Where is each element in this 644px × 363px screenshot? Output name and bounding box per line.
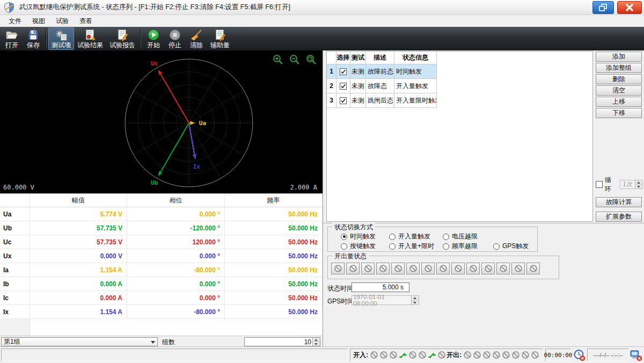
radio-按键触发[interactable]: 按键触发: [341, 242, 376, 251]
radio-时间触发[interactable]: 时间触发: [341, 232, 376, 241]
move-down-button[interactable]: 下移: [596, 108, 642, 118]
output-state-button-11[interactable]: [481, 263, 495, 274]
extended-params-button[interactable]: 扩展参数: [596, 212, 642, 222]
phase-cell[interactable]: 0.000 °: [127, 277, 225, 291]
stepper-arrows[interactable]: [635, 180, 642, 188]
toolbar-button-test-items[interactable]: 测试项: [48, 27, 74, 50]
amplitude-cell[interactable]: 0.000 A: [30, 291, 127, 304]
state-checkbox[interactable]: [340, 68, 347, 75]
radio-电压越限[interactable]: 电压越限: [443, 232, 478, 241]
amplitude-cell[interactable]: 0.000 V: [30, 249, 127, 263]
group-count-stepper[interactable]: 10: [244, 337, 320, 346]
delete-button[interactable]: 删除: [596, 74, 642, 84]
toolbar-button-start-play[interactable]: 开始: [143, 27, 164, 50]
input-state-8-icon: [437, 351, 446, 359]
close-icon: [625, 4, 634, 11]
save-floppy-icon: [27, 28, 40, 41]
state-select-cell: [336, 93, 350, 108]
state-checkbox[interactable]: [340, 83, 347, 90]
state-row[interactable]: 1未测故障前态时间触发: [327, 64, 592, 79]
phase-cell[interactable]: 120.000 °: [127, 235, 225, 249]
toolbar-button-stop-circle[interactable]: 停止: [164, 27, 186, 50]
measurement-filler-row: [0, 319, 323, 336]
close-button[interactable]: [617, 1, 642, 14]
move-up-button[interactable]: 上移: [596, 97, 642, 107]
loop-count-stepper[interactable]: 1次: [620, 180, 643, 189]
toolbar-button-test-results[interactable]: 试验结果: [74, 27, 106, 50]
amplitude-cell[interactable]: 1.154 A: [30, 263, 127, 277]
toolbar-button-label: 清除: [190, 41, 203, 49]
toolbar-button-save-floppy[interactable]: 保存: [23, 27, 44, 50]
loop-checkbox[interactable]: [596, 181, 603, 188]
phase-cell[interactable]: -80.000 °: [127, 263, 225, 277]
frequency-cell[interactable]: 50.000 Hz: [225, 291, 323, 304]
restore-button[interactable]: [592, 1, 614, 14]
state-description-cell: 跳闸后态: [366, 93, 394, 108]
frequency-cell[interactable]: 50.000 Hz: [225, 207, 323, 221]
output-state-button-7[interactable]: [421, 263, 435, 274]
output-state-button-1[interactable]: [331, 263, 345, 274]
menu-item-2[interactable]: 视图: [27, 16, 50, 27]
phase-cell[interactable]: 0.000 °: [127, 249, 225, 263]
output-state-button-12[interactable]: [496, 263, 510, 274]
output-state-button-3[interactable]: [361, 263, 375, 274]
phase-cell[interactable]: 0.000 °: [127, 207, 225, 221]
add-button[interactable]: 添加: [596, 52, 642, 62]
state-checkbox[interactable]: [340, 97, 347, 104]
frequency-cell[interactable]: 50.000 Hz: [225, 277, 323, 291]
output-state-button-5[interactable]: [391, 263, 405, 274]
radio-开入量+限时[interactable]: 开入量+限时: [389, 242, 434, 251]
phase-cell[interactable]: 0.000 °: [127, 291, 225, 304]
group-select[interactable]: 第1组: [1, 337, 158, 346]
output-state-button-10[interactable]: [466, 263, 480, 274]
stepper-arrows[interactable]: [411, 296, 419, 304]
frequency-cell[interactable]: 50.000 Hz: [225, 221, 323, 235]
auxiliary-doc-icon: [214, 28, 226, 41]
menu-item-3[interactable]: 试验: [50, 16, 74, 27]
output-state-button-4[interactable]: [376, 263, 390, 274]
restore-icon: [599, 4, 608, 11]
window-title: 武汉凯默继电保护测试系统 - 状态序列 - [F1:开始 F2:停止 F3:清除…: [19, 3, 290, 12]
state-row[interactable]: 3未测跳闸后态开入量限时触发: [327, 93, 592, 108]
measurement-row-Ic: Ic0.000 A0.000 °50.000 Hz: [0, 291, 323, 305]
state-time-input[interactable]: 5.000 s: [352, 282, 409, 292]
menu-item-1[interactable]: 文件: [3, 16, 27, 27]
toolbar-button-open-folder[interactable]: 打开: [1, 27, 23, 50]
gps-time-input[interactable]: 1970-01-01 08:00:00: [352, 295, 419, 305]
output-state-button-2[interactable]: [346, 263, 360, 274]
amplitude-cell[interactable]: 0.000 A: [30, 277, 127, 291]
stepper-arrows[interactable]: [312, 338, 320, 346]
add-group-button[interactable]: 添加整组: [596, 63, 642, 73]
output-state-button-8[interactable]: [436, 263, 450, 274]
phase-cell[interactable]: -80.000 °: [127, 305, 225, 318]
radio-频率越限[interactable]: 频率越限: [443, 242, 478, 251]
output-state-button-13[interactable]: [511, 263, 525, 274]
output-state-button-14[interactable]: [526, 263, 540, 274]
frequency-cell[interactable]: 50.000 Hz: [225, 263, 323, 277]
input-state-6-icon: [418, 351, 427, 359]
toolbar-button-clear-broom[interactable]: 清除: [186, 27, 207, 50]
state-row-number: 2: [327, 79, 336, 93]
phase-cell[interactable]: -120.000 °: [127, 221, 225, 235]
toolbar-button-test-report[interactable]: 试验报告: [106, 27, 138, 50]
radio-GPS触发[interactable]: GPS触发: [493, 242, 529, 251]
frequency-cell[interactable]: 50.000 Hz: [225, 305, 323, 318]
amplitude-cell[interactable]: 57.735 V: [30, 221, 127, 235]
amplitude-cell[interactable]: 5.774 V: [30, 207, 127, 221]
frequency-cell[interactable]: 50.000 Hz: [225, 235, 323, 249]
amplitude-cell[interactable]: 57.735 V: [30, 235, 127, 249]
output-state-button-6[interactable]: [406, 263, 420, 274]
toolbar-button-auxiliary-doc[interactable]: 辅助量: [207, 27, 233, 50]
radio-开入量触发[interactable]: 开入量触发: [389, 232, 430, 241]
group-count-label: 组数: [162, 338, 175, 347]
output-state-button-9[interactable]: [451, 263, 465, 274]
phasor-vector-Ub: Ub: [151, 123, 189, 186]
frequency-cell[interactable]: 50.000 Hz: [225, 249, 323, 263]
menu-item-4[interactable]: 查看: [74, 16, 98, 27]
clear-button[interactable]: 清空: [596, 85, 642, 96]
fault-calc-button[interactable]: 故障计算: [596, 197, 642, 207]
filler-label-cell: [0, 319, 30, 336]
state-row[interactable]: 2未测故障态开入量触发: [327, 79, 592, 93]
amplitude-cell[interactable]: 1.154 A: [30, 305, 127, 318]
start-play-icon: [147, 28, 160, 41]
